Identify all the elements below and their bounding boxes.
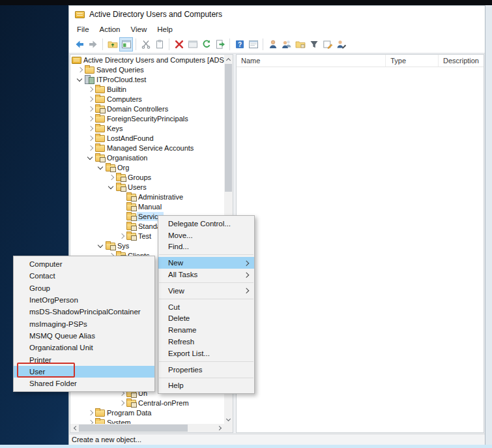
chevron-down-icon[interactable] xyxy=(76,74,85,84)
back-button[interactable] xyxy=(72,37,86,52)
horizontal-scroll-thumb[interactable] xyxy=(79,425,188,432)
forward-button[interactable] xyxy=(86,37,100,52)
tree-item-program-data[interactable]: Program Data xyxy=(70,408,224,417)
tree-item-managed-service-accounts[interactable]: Managed Service Accounts xyxy=(70,143,224,153)
menu-item-export-list[interactable]: Export List... xyxy=(158,348,254,359)
tree-item-label: System xyxy=(106,418,132,425)
submenu-item-shared-folder[interactable]: Shared Folder xyxy=(14,378,154,389)
submenu-item-organizational-unit[interactable]: Organizational Unit xyxy=(14,342,154,353)
menu-view[interactable]: View xyxy=(126,24,152,35)
submenu-item-msds-shadowprincipalcontainer[interactable]: msDS-ShadowPrincipalContainer xyxy=(14,306,154,318)
tree-horizontal-scrollbar[interactable] xyxy=(70,424,224,432)
chevron-right-icon[interactable] xyxy=(86,113,95,123)
vertical-scroll-thumb[interactable] xyxy=(225,64,232,192)
menu-item-delegate-control[interactable]: Delegate Control... xyxy=(158,218,254,230)
menu-item-rename[interactable]: Rename xyxy=(158,324,254,336)
chevron-right-icon[interactable] xyxy=(86,408,95,417)
tree-item-saved-queries[interactable]: Saved Queries xyxy=(70,65,224,74)
tree-item-central-onprem[interactable]: Central-onPrem xyxy=(70,398,224,408)
chevron-right-icon[interactable] xyxy=(86,94,95,104)
menu-item-find[interactable]: Find... xyxy=(158,241,254,253)
scroll-right-icon[interactable] xyxy=(216,424,224,432)
submenu-item-group[interactable]: Group xyxy=(14,282,154,294)
refresh-button[interactable] xyxy=(199,37,213,52)
chevron-down-icon[interactable] xyxy=(96,241,106,250)
tree-item-keys[interactable]: Keys xyxy=(70,123,224,133)
submenu-item-contact[interactable]: Contact xyxy=(14,270,154,282)
delegate-control-button[interactable] xyxy=(334,37,348,52)
create-group-button[interactable] xyxy=(280,37,293,52)
menu-item-move[interactable]: Move... xyxy=(158,230,254,241)
submenu-item-inetorgperson[interactable]: InetOrgPerson xyxy=(14,294,154,306)
menu-help[interactable]: Help xyxy=(152,24,178,35)
scroll-down-icon[interactable] xyxy=(224,415,233,424)
up-one-level-button[interactable] xyxy=(106,37,119,52)
paste-button[interactable] xyxy=(152,37,166,52)
show-console-tree-button[interactable] xyxy=(119,37,133,52)
menu-item-view[interactable]: View xyxy=(158,285,254,297)
chevron-right-icon[interactable] xyxy=(107,172,116,182)
create-user-button[interactable] xyxy=(266,37,280,52)
menu-item-new[interactable]: New xyxy=(158,257,254,269)
menu-item-cut[interactable]: Cut xyxy=(158,301,254,313)
ou-folder-icon xyxy=(106,243,115,250)
chevron-right-icon[interactable] xyxy=(76,65,85,74)
properties-button[interactable] xyxy=(186,37,199,52)
chevron-right-icon[interactable] xyxy=(86,123,95,133)
console-tree-icon xyxy=(121,39,132,50)
chevron-down-icon[interactable] xyxy=(86,153,95,162)
chevron-right-icon[interactable] xyxy=(86,133,95,143)
menu-item-delete[interactable]: Delete xyxy=(158,313,254,325)
tree-item-organisation[interactable]: Organisation xyxy=(70,153,224,162)
tree-item-lostandfound[interactable]: LostAndFound xyxy=(70,133,224,143)
submenu-item-msmq-queue-alias[interactable]: MSMQ Queue Alias xyxy=(14,330,154,342)
cut-button[interactable] xyxy=(139,37,152,52)
chevron-right-icon[interactable] xyxy=(86,417,95,424)
tree-item-foreignsecurityprincipals[interactable]: ForeignSecurityPrincipals xyxy=(70,113,224,123)
menu-item-refresh[interactable]: Refresh xyxy=(158,336,254,348)
toolbar-separator xyxy=(169,38,169,50)
submenu-item-msimaging-psps[interactable]: msImaging-PSPs xyxy=(14,318,154,329)
expander-spacer xyxy=(117,202,126,211)
tree-item-aduc-root[interactable]: Active Directory Users and Computers [AD… xyxy=(70,55,224,65)
menu-item-help[interactable]: Help xyxy=(158,380,254,392)
folder-icon xyxy=(95,419,105,424)
menu-separator xyxy=(159,282,253,283)
filter-button[interactable] xyxy=(307,37,321,52)
tree-item-system[interactable]: System xyxy=(70,417,224,424)
ou-folder-icon xyxy=(126,203,136,211)
chevron-right-icon[interactable] xyxy=(117,398,126,408)
menu-item-properties[interactable]: Properties xyxy=(158,364,254,376)
tree-item-manual[interactable]: Manual xyxy=(70,202,224,211)
chevron-right-icon[interactable] xyxy=(86,143,95,153)
column-header-description[interactable]: Description xyxy=(439,55,484,67)
menu-item-all-tasks[interactable]: All Tasks xyxy=(158,269,254,280)
column-header-type[interactable]: Type xyxy=(386,55,439,67)
chevron-down-icon[interactable] xyxy=(107,182,116,192)
tree-item-administrative[interactable]: Administrative xyxy=(70,192,224,202)
create-ou-button[interactable] xyxy=(293,37,307,52)
chevron-down-icon[interactable] xyxy=(96,162,106,172)
column-header-name[interactable]: Name xyxy=(237,55,386,67)
export-list-button[interactable] xyxy=(213,37,227,52)
scroll-up-icon[interactable] xyxy=(224,55,233,63)
tree-item-builtin[interactable]: Builtin xyxy=(70,84,224,94)
chevron-right-icon[interactable] xyxy=(86,84,95,94)
tree-item-org[interactable]: Org xyxy=(70,162,224,172)
menu-action[interactable]: Action xyxy=(94,24,126,35)
scrollbar-corner xyxy=(224,424,233,432)
tree-item-domain-controllers[interactable]: Domain Controllers xyxy=(70,104,224,113)
chevron-right-icon[interactable] xyxy=(86,104,95,113)
tree-item-groups[interactable]: Groups xyxy=(70,172,224,182)
delete-button[interactable] xyxy=(172,37,186,52)
edit-properties-button[interactable] xyxy=(321,37,334,52)
menu-file[interactable]: File xyxy=(72,24,94,35)
scroll-left-icon[interactable] xyxy=(70,424,79,432)
tree-item-users[interactable]: Users xyxy=(70,182,224,192)
property-sheet-button[interactable] xyxy=(246,37,260,52)
tree-item-computers[interactable]: Computers xyxy=(70,94,224,104)
help-button[interactable]: ? xyxy=(233,37,246,52)
tree-item-itprocloud-test[interactable]: ITProCloud.test xyxy=(70,74,224,84)
chevron-right-icon[interactable] xyxy=(117,231,126,241)
submenu-item-computer[interactable]: Computer xyxy=(14,258,154,270)
